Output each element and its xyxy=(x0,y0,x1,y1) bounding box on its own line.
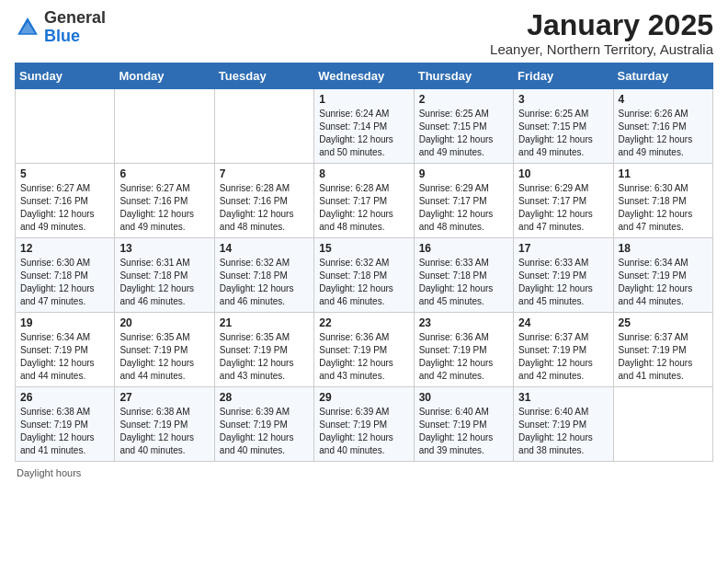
day-detail: Sunrise: 6:32 AM Sunset: 7:18 PM Dayligh… xyxy=(319,258,393,306)
calendar-week-row: 5Sunrise: 6:27 AM Sunset: 7:16 PM Daylig… xyxy=(16,164,713,238)
day-number: 23 xyxy=(419,316,508,329)
page: General Blue January 2025 Leanyer, North… xyxy=(0,0,728,488)
daylight-label: Daylight hours xyxy=(17,467,81,478)
day-detail: Sunrise: 6:28 AM Sunset: 7:16 PM Dayligh… xyxy=(220,183,294,232)
day-number: 9 xyxy=(419,167,508,180)
day-number: 27 xyxy=(119,391,209,404)
day-detail: Sunrise: 6:28 AM Sunset: 7:17 PM Dayligh… xyxy=(319,183,393,232)
day-detail: Sunrise: 6:29 AM Sunset: 7:17 PM Dayligh… xyxy=(518,183,593,232)
calendar-table: SundayMondayTuesdayWednesdayThursdayFrid… xyxy=(15,63,713,462)
calendar-cell: 13Sunrise: 6:31 AM Sunset: 7:18 PM Dayli… xyxy=(115,238,214,313)
calendar-cell: 1Sunrise: 6:24 AM Sunset: 7:14 PM Daylig… xyxy=(314,89,414,164)
day-number: 7 xyxy=(220,167,309,180)
day-detail: Sunrise: 6:39 AM Sunset: 7:19 PM Dayligh… xyxy=(220,407,294,455)
calendar-cell: 12Sunrise: 6:30 AM Sunset: 7:18 PM Dayli… xyxy=(16,238,115,313)
day-number: 26 xyxy=(20,391,109,404)
day-number: 30 xyxy=(419,391,508,404)
weekday-header-wednesday: Wednesday xyxy=(314,63,414,89)
day-number: 8 xyxy=(319,167,408,180)
day-number: 22 xyxy=(319,316,408,329)
calendar-cell: 6Sunrise: 6:27 AM Sunset: 7:16 PM Daylig… xyxy=(115,164,214,238)
day-detail: Sunrise: 6:34 AM Sunset: 7:19 PM Dayligh… xyxy=(20,332,95,381)
logo-text: General Blue xyxy=(44,9,106,46)
calendar-cell: 2Sunrise: 6:25 AM Sunset: 7:15 PM Daylig… xyxy=(414,89,513,164)
day-detail: Sunrise: 6:32 AM Sunset: 7:18 PM Dayligh… xyxy=(220,258,294,306)
day-detail: Sunrise: 6:29 AM Sunset: 7:17 PM Dayligh… xyxy=(419,183,494,232)
day-number: 2 xyxy=(419,93,508,106)
weekday-header-sunday: Sunday xyxy=(16,63,115,89)
day-number: 3 xyxy=(518,93,608,106)
calendar-cell: 23Sunrise: 6:36 AM Sunset: 7:19 PM Dayli… xyxy=(414,313,513,387)
logo-general-text: General xyxy=(44,8,106,27)
weekday-header-saturday: Saturday xyxy=(613,63,712,89)
day-detail: Sunrise: 6:31 AM Sunset: 7:18 PM Dayligh… xyxy=(119,258,194,306)
title-block: January 2025 Leanyer, Northern Territory… xyxy=(490,9,713,57)
day-detail: Sunrise: 6:37 AM Sunset: 7:19 PM Dayligh… xyxy=(619,332,693,381)
calendar-cell: 28Sunrise: 6:39 AM Sunset: 7:19 PM Dayli… xyxy=(214,387,313,462)
calendar-cell: 29Sunrise: 6:39 AM Sunset: 7:19 PM Dayli… xyxy=(314,387,414,462)
day-number: 11 xyxy=(619,167,708,180)
footer: Daylight hours xyxy=(15,467,713,478)
day-detail: Sunrise: 6:38 AM Sunset: 7:19 PM Dayligh… xyxy=(20,407,95,455)
weekday-header-tuesday: Tuesday xyxy=(214,63,313,89)
calendar-cell: 24Sunrise: 6:37 AM Sunset: 7:19 PM Dayli… xyxy=(514,313,613,387)
weekday-header-monday: Monday xyxy=(115,63,214,89)
calendar-cell: 9Sunrise: 6:29 AM Sunset: 7:17 PM Daylig… xyxy=(414,164,513,238)
day-detail: Sunrise: 6:33 AM Sunset: 7:19 PM Dayligh… xyxy=(518,258,593,306)
day-number: 18 xyxy=(619,242,708,255)
calendar-cell: 31Sunrise: 6:40 AM Sunset: 7:19 PM Dayli… xyxy=(514,387,613,462)
day-number: 4 xyxy=(619,93,708,106)
calendar-week-row: 12Sunrise: 6:30 AM Sunset: 7:18 PM Dayli… xyxy=(16,238,713,313)
logo: General Blue xyxy=(15,9,106,46)
day-number: 5 xyxy=(20,167,109,180)
calendar-cell: 14Sunrise: 6:32 AM Sunset: 7:18 PM Dayli… xyxy=(214,238,313,313)
calendar-cell: 20Sunrise: 6:35 AM Sunset: 7:19 PM Dayli… xyxy=(115,313,214,387)
day-number: 17 xyxy=(518,242,608,255)
day-detail: Sunrise: 6:33 AM Sunset: 7:18 PM Dayligh… xyxy=(419,258,494,306)
logo-icon xyxy=(15,15,40,40)
day-detail: Sunrise: 6:34 AM Sunset: 7:19 PM Dayligh… xyxy=(619,258,693,306)
day-detail: Sunrise: 6:27 AM Sunset: 7:16 PM Dayligh… xyxy=(119,183,194,232)
day-detail: Sunrise: 6:27 AM Sunset: 7:16 PM Dayligh… xyxy=(20,183,95,232)
calendar-cell: 8Sunrise: 6:28 AM Sunset: 7:17 PM Daylig… xyxy=(314,164,414,238)
day-detail: Sunrise: 6:40 AM Sunset: 7:19 PM Dayligh… xyxy=(419,407,494,455)
day-number: 6 xyxy=(119,167,209,180)
day-number: 29 xyxy=(319,391,408,404)
day-detail: Sunrise: 6:30 AM Sunset: 7:18 PM Dayligh… xyxy=(619,183,693,232)
calendar-cell: 15Sunrise: 6:32 AM Sunset: 7:18 PM Dayli… xyxy=(314,238,414,313)
day-detail: Sunrise: 6:24 AM Sunset: 7:14 PM Dayligh… xyxy=(319,109,393,157)
calendar-cell xyxy=(214,89,313,164)
calendar-cell: 10Sunrise: 6:29 AM Sunset: 7:17 PM Dayli… xyxy=(514,164,613,238)
calendar-cell: 21Sunrise: 6:35 AM Sunset: 7:19 PM Dayli… xyxy=(214,313,313,387)
day-detail: Sunrise: 6:36 AM Sunset: 7:19 PM Dayligh… xyxy=(419,332,494,381)
day-detail: Sunrise: 6:25 AM Sunset: 7:15 PM Dayligh… xyxy=(419,109,494,157)
calendar-cell: 27Sunrise: 6:38 AM Sunset: 7:19 PM Dayli… xyxy=(115,387,214,462)
day-number: 31 xyxy=(518,391,608,404)
calendar-cell: 26Sunrise: 6:38 AM Sunset: 7:19 PM Dayli… xyxy=(16,387,115,462)
calendar-title: January 2025 xyxy=(490,9,713,41)
day-detail: Sunrise: 6:25 AM Sunset: 7:15 PM Dayligh… xyxy=(518,109,593,157)
day-number: 20 xyxy=(119,316,209,329)
calendar-cell: 30Sunrise: 6:40 AM Sunset: 7:19 PM Dayli… xyxy=(414,387,513,462)
calendar-cell xyxy=(115,89,214,164)
weekday-header-row: SundayMondayTuesdayWednesdayThursdayFrid… xyxy=(16,63,713,89)
day-number: 28 xyxy=(220,391,309,404)
day-detail: Sunrise: 6:35 AM Sunset: 7:19 PM Dayligh… xyxy=(220,332,294,381)
calendar-cell xyxy=(16,89,115,164)
day-detail: Sunrise: 6:40 AM Sunset: 7:19 PM Dayligh… xyxy=(518,407,593,455)
calendar-cell: 19Sunrise: 6:34 AM Sunset: 7:19 PM Dayli… xyxy=(16,313,115,387)
day-number: 21 xyxy=(220,316,309,329)
day-number: 19 xyxy=(20,316,109,329)
header: General Blue January 2025 Leanyer, North… xyxy=(15,9,713,57)
day-number: 24 xyxy=(518,316,608,329)
day-number: 1 xyxy=(319,93,408,106)
calendar-cell: 25Sunrise: 6:37 AM Sunset: 7:19 PM Dayli… xyxy=(613,313,712,387)
calendar-cell: 4Sunrise: 6:26 AM Sunset: 7:16 PM Daylig… xyxy=(613,89,712,164)
calendar-week-row: 1Sunrise: 6:24 AM Sunset: 7:14 PM Daylig… xyxy=(16,89,713,164)
calendar-cell: 17Sunrise: 6:33 AM Sunset: 7:19 PM Dayli… xyxy=(514,238,613,313)
day-detail: Sunrise: 6:30 AM Sunset: 7:18 PM Dayligh… xyxy=(20,258,95,306)
weekday-header-thursday: Thursday xyxy=(414,63,513,89)
day-detail: Sunrise: 6:35 AM Sunset: 7:19 PM Dayligh… xyxy=(119,332,194,381)
day-detail: Sunrise: 6:38 AM Sunset: 7:19 PM Dayligh… xyxy=(119,407,194,455)
day-detail: Sunrise: 6:39 AM Sunset: 7:19 PM Dayligh… xyxy=(319,407,393,455)
